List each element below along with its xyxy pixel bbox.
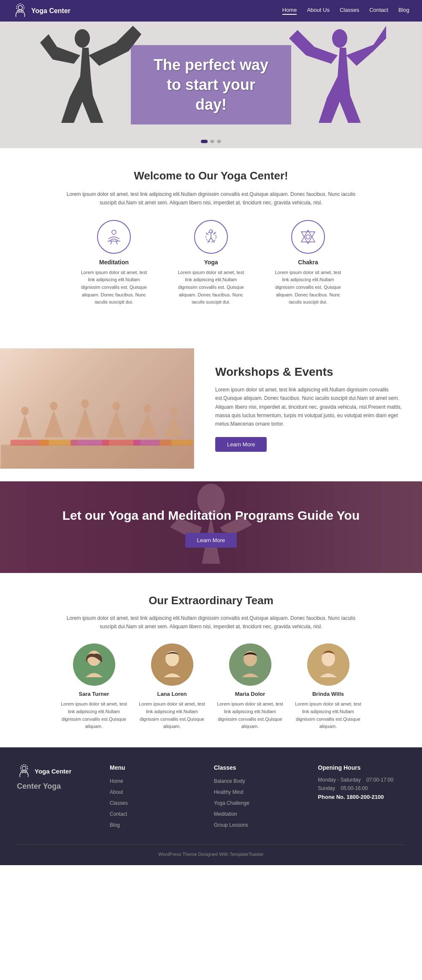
svg-point-10	[306, 235, 310, 239]
feature-chakra: Chakra Lorem ipsum dolor sit amet, test …	[272, 220, 344, 319]
footer-sunday-label: Sunday	[318, 785, 335, 791]
avatar-brinda-img	[307, 643, 349, 686]
nav-home[interactable]: Home	[282, 7, 297, 15]
footer-weekday-row: Monday - Saturday 07:00-17:00	[318, 777, 405, 783]
footer-class-yoga[interactable]: Yoga Challenge	[214, 800, 249, 806]
svg-point-15	[112, 402, 120, 410]
footer-weekday-hours: 07:00-17:00	[366, 777, 393, 783]
nav-blog[interactable]: Blog	[398, 7, 409, 15]
workshops-learn-more-button[interactable]: Learn More	[215, 437, 267, 452]
svg-rect-23	[160, 440, 193, 445]
hero-dot-2[interactable]	[210, 140, 214, 143]
footer-menu-contact[interactable]: Contact	[110, 811, 127, 817]
chakra-text: Lorem ipsum dolor sit amet, test link ad…	[272, 269, 344, 306]
svg-point-12	[21, 407, 29, 415]
meditation-icon	[106, 228, 122, 245]
footer: Yoga Center Center Yoga Menu Home About …	[0, 747, 422, 865]
footer-menu-blog[interactable]: Blog	[110, 822, 120, 828]
workshops-image	[0, 348, 194, 469]
workshops-section: Workshops & Events Lorem ipsum dolor sit…	[0, 348, 422, 469]
svg-point-16	[144, 404, 151, 413]
nav-about[interactable]: About Us	[307, 7, 329, 15]
hero-dot-active[interactable]	[201, 140, 208, 143]
footer-logo-text: Yoga Center	[35, 768, 71, 775]
member-1-text: Lorem ipsum dolor sit amet, test link ad…	[59, 700, 129, 730]
meditation-title: Meditation	[78, 259, 150, 266]
footer-classes-heading: Classes	[214, 764, 301, 771]
team-member-3: Maria Dolor Lorem ipsum dolor sit amet, …	[215, 643, 285, 730]
hero-dot-3[interactable]	[217, 140, 221, 143]
svg-point-0	[18, 5, 22, 10]
svg-point-34	[21, 765, 28, 772]
meditation-icon-circle	[97, 220, 131, 254]
footer-weekday-label: Monday - Saturday	[318, 777, 360, 783]
svg-point-6	[209, 230, 213, 233]
footer-copyright: WordPress Theme Designed With TemplateTo…	[158, 852, 263, 857]
meditation-text: Lorem ipsum dolor sit amet, test link ad…	[78, 269, 150, 306]
footer-logo-inner: Yoga Center	[17, 764, 71, 779]
workshop-group-svg	[0, 348, 194, 469]
navbar: Yoga Center Home About Us Classes Contac…	[0, 0, 422, 22]
footer-class-healthy[interactable]: Healthy Mind	[214, 789, 243, 795]
svg-point-13	[50, 402, 57, 410]
banner-heading: Let our Yoga and Meditation Programs Gui…	[62, 507, 360, 524]
team-member-4: Brinda Wills Lorem ipsum dolor sit amet,…	[293, 643, 363, 730]
hero-section: The perfect way to start your day!	[0, 22, 422, 148]
avatar-lana-img	[151, 643, 193, 686]
svg-point-33	[22, 766, 26, 770]
team-members-grid: Sara Turner Lorem ipsum dolor sit amet, …	[21, 643, 401, 730]
logo[interactable]: Yoga Center	[13, 3, 70, 19]
footer-tagline: Center Yoga	[17, 782, 61, 791]
hero-text-box: The perfect way to start your day!	[131, 45, 291, 125]
member-2-text: Lorem ipsum dolor sit amet, test link ad…	[137, 700, 207, 730]
svg-point-4	[112, 230, 116, 234]
member-3-name: Maria Dolor	[215, 691, 285, 697]
features-grid: Meditation Lorem ipsum dolor sit amet, t…	[25, 220, 397, 319]
workshops-content: Workshops & Events Lorem ipsum dolor sit…	[194, 348, 422, 469]
welcome-description: Lorem ipsum dolor sit amet, test link ad…	[63, 190, 359, 207]
svg-point-3	[332, 29, 347, 48]
footer-logo-icon	[17, 764, 31, 779]
team-description: Lorem ipsum dolor sit amet, test link ad…	[63, 614, 359, 631]
footer-menu-list: Home About Classes Contact Blog	[110, 777, 197, 828]
footer-hours-heading: Opening Hours	[318, 764, 405, 771]
avatar-lana	[151, 643, 193, 686]
footer-sunday-row: Sunday 05:00-16:00	[318, 785, 405, 791]
nav-contact[interactable]: Contact	[369, 7, 388, 15]
footer-sunday-hours: 05:00-16:00	[341, 785, 368, 791]
banner-learn-more-button[interactable]: Learn More	[185, 533, 237, 548]
footer-menu-classes[interactable]: Classes	[110, 800, 128, 806]
member-4-text: Lorem ipsum dolor sit amet, test link ad…	[293, 700, 363, 730]
yoga-icon	[203, 228, 219, 245]
footer-menu-col: Menu Home About Classes Contact Blog	[110, 764, 197, 832]
footer-menu-home[interactable]: Home	[110, 778, 123, 784]
yoga-title: Yoga	[175, 259, 247, 266]
banner-bg-svg	[0, 481, 422, 573]
member-3-text: Lorem ipsum dolor sit amet, test link ad…	[215, 700, 285, 730]
avatar-maria-img	[229, 643, 271, 686]
svg-point-14	[81, 399, 89, 408]
footer-class-meditation[interactable]: Meditation	[214, 811, 237, 817]
chakra-title: Chakra	[272, 259, 344, 266]
nav-links: Home About Us Classes Contact Blog	[282, 7, 409, 15]
avatar-sara-img	[73, 643, 115, 686]
footer-classes-col: Classes Balance Body Healthy Mind Yoga C…	[214, 764, 301, 832]
footer-bottom: WordPress Theme Designed With TemplateTo…	[17, 844, 405, 857]
footer-class-balance[interactable]: Balance Body	[214, 778, 245, 784]
avatar-brinda	[307, 643, 349, 686]
footer-menu-about[interactable]: About	[110, 789, 123, 795]
member-2-name: Lana Loren	[137, 691, 207, 697]
yoga-icon-circle	[194, 220, 228, 254]
team-member-1: Sara Turner Lorem ipsum dolor sit amet, …	[59, 643, 129, 730]
welcome-section: Welcome to Our Yoga Center! Lorem ipsum …	[0, 148, 422, 336]
footer-phone: Phone No. 1800-200-2100	[318, 794, 405, 800]
workshops-heading: Workshops & Events	[215, 365, 405, 379]
nav-classes[interactable]: Classes	[340, 7, 359, 15]
footer-class-group[interactable]: Group Lessons	[214, 822, 248, 828]
footer-hours-col: Opening Hours Monday - Saturday 07:00-17…	[318, 764, 405, 832]
team-heading: Our Extraordinary Team	[21, 594, 401, 607]
feature-yoga: Yoga Lorem ipsum dolor sit amet, test li…	[175, 220, 247, 319]
hero-dots[interactable]	[201, 140, 221, 143]
yoga-text: Lorem ipsum dolor sit amet, test link ad…	[175, 269, 247, 306]
chakra-icon-circle	[291, 220, 325, 254]
